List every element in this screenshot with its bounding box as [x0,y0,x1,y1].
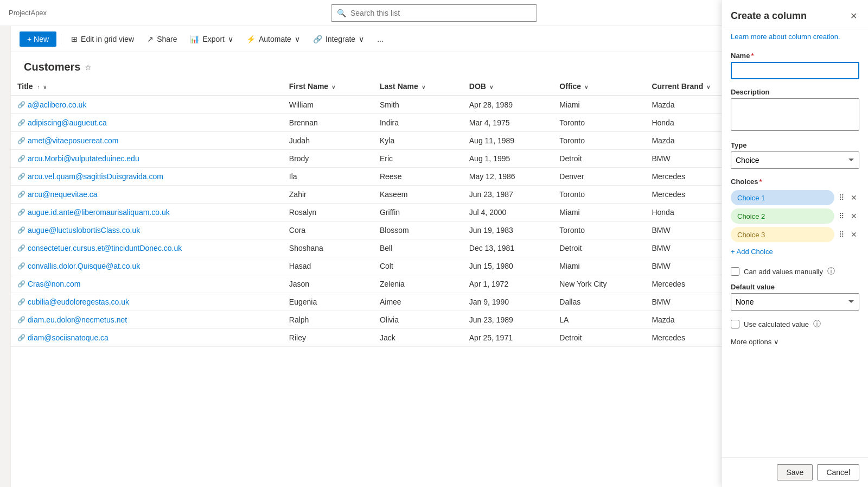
title-link[interactable]: 🔗 augue@luctuslobortisClass.co.uk [17,226,276,235]
cell-lastname: Reese [373,168,463,186]
search-input[interactable] [350,9,531,17]
automate-button[interactable]: ⚡ Automate ∨ [241,31,305,47]
choice-badge[interactable]: Choice 2 [731,208,834,224]
export-icon: 📊 [190,35,199,43]
cell-dob: Apr 1, 1972 [463,275,553,293]
choice-remove-button[interactable]: ✕ [848,210,859,223]
title-link[interactable]: 🔗 arcu.vel.quam@sagittisDuisgravida.com [17,172,276,181]
app-name: ProjectApex [9,9,47,17]
share-button[interactable]: ↗ Share [142,31,182,47]
title-link[interactable]: 🔗 a@aclibero.co.uk [17,100,276,109]
col-dob[interactable]: DOB ∨ [463,78,553,96]
default-value-select[interactable]: None [731,293,859,311]
title-link[interactable]: 🔗 convallis.dolor.Quisque@at.co.uk [17,262,276,270]
cell-firstname: Shoshana [283,239,373,257]
add-choice-label: + Add Choice [731,248,773,256]
cell-firstname: Brennan [283,114,373,132]
panel-body: Name* Description Type ChoiceTextNumberY… [722,45,868,457]
integrate-icon: 🔗 [313,35,322,43]
cell-dob: Jun 23, 1987 [463,186,553,204]
automate-chevron-icon: ∨ [295,35,300,43]
row-icon: 🔗 [17,208,25,216]
panel-title: Create a column [731,10,807,22]
cell-dob: Apr 28, 1989 [463,96,553,114]
cell-title: 🔗 diam.eu.dolor@necmetus.net [11,311,283,329]
cell-title: 🔗 amet@vitaeposuereat.com [11,132,283,150]
cell-lastname: Kaseem [373,186,463,204]
row-icon: 🔗 [17,262,25,270]
more-options-label: More options [731,338,771,346]
new-button[interactable]: + New [20,31,56,47]
cell-firstname: Hasad [283,257,373,275]
use-calculated-info-icon[interactable]: ⓘ [813,319,821,329]
row-icon: 🔗 [17,334,25,341]
more-toolbar-label: ... [377,35,384,43]
automate-label: Automate [259,35,291,43]
filter-dob-icon: ∨ [489,84,493,90]
export-button[interactable]: 📊 Export ∨ [184,31,238,47]
cell-dob: Jun 19, 1983 [463,222,553,239]
more-toolbar-button[interactable]: ... [372,31,389,47]
row-icon: 🔗 [17,119,25,127]
add-choice-button[interactable]: + Add Choice [731,245,773,258]
description-label: Description [731,88,859,96]
col-office[interactable]: Office ∨ [553,78,645,96]
search-box[interactable]: 🔍 [331,4,537,22]
learn-more-link[interactable]: Learn more about column creation. [722,28,868,45]
export-label: Export [202,35,224,43]
title-link[interactable]: 🔗 augue.id.ante@liberomaurisaliquam.co.u… [17,208,276,217]
title-link[interactable]: 🔗 diam.eu.dolor@necmetus.net [17,315,276,324]
cell-firstname: Ralph [283,311,373,329]
type-select[interactable]: ChoiceTextNumberYes/NoPersonDateCurrency… [731,151,859,169]
save-button[interactable]: Save [777,464,813,480]
title-link[interactable]: 🔗 arcu@nequevitae.ca [17,190,276,199]
cell-lastname: Blossom [373,222,463,239]
main-container: + New ⊞ Edit in grid view ↗ Share 📊 Expo… [0,26,868,487]
cancel-button[interactable]: Cancel [817,464,859,480]
use-calculated-checkbox[interactable] [731,320,739,328]
cell-title: 🔗 convallis.dolor.Quisque@at.co.uk [11,257,283,275]
close-panel-button[interactable]: ✕ [848,9,859,23]
cell-office: Miami [553,204,645,222]
col-lastname[interactable]: Last Name ∨ [373,78,463,96]
choice-remove-button[interactable]: ✕ [848,228,859,241]
cell-title: 🔗 diam@sociisnatoque.ca [11,329,283,347]
title-link[interactable]: 🔗 cubilia@eudoloregestas.co.uk [17,298,276,306]
cell-lastname: Smith [373,96,463,114]
title-link[interactable]: 🔗 consectetuer.cursus.et@tinciduntDonec.… [17,244,276,252]
choice-edit-button[interactable]: ⠿ [837,210,846,223]
choice-badge[interactable]: Choice 3 [731,227,834,242]
col-firstname[interactable]: First Name ∨ [283,78,373,96]
search-icon: 🔍 [337,9,346,17]
col-title[interactable]: Title ↑ ∨ [11,78,283,96]
toolbar-separator [61,34,61,45]
cell-firstname: Eugenia [283,293,373,311]
title-link[interactable]: 🔗 arcu.Morbi@vulputateduinec.edu [17,154,276,163]
more-options-button[interactable]: More options ∨ [731,336,779,348]
choice-remove-button[interactable]: ✕ [848,191,859,204]
cell-title: 🔗 augue@luctuslobortisClass.co.uk [11,222,283,239]
title-link[interactable]: 🔗 amet@vitaeposuereat.com [17,136,276,145]
cell-office: Dallas [553,293,645,311]
integrate-button[interactable]: 🔗 Integrate ∨ [308,31,369,47]
can-add-values-row: Can add values manually ⓘ [731,267,859,276]
cell-firstname: Zahir [283,186,373,204]
can-add-values-info-icon[interactable]: ⓘ [827,267,835,276]
create-column-panel: Create a column ✕ Learn more about colum… [722,0,868,487]
edit-grid-button[interactable]: ⊞ Edit in grid view [66,31,139,47]
can-add-values-checkbox[interactable] [731,267,739,276]
row-icon: 🔗 [17,280,25,288]
choice-edit-button[interactable]: ⠿ [837,191,846,204]
choice-badge[interactable]: Choice 1 [731,190,834,205]
cell-dob: Aug 11, 1989 [463,132,553,150]
title-link[interactable]: 🔗 adipiscing@augueut.ca [17,118,276,127]
title-link[interactable]: 🔗 Cras@non.com [17,280,276,288]
choice-item: Choice 1 ⠿ ✕ [731,190,859,205]
name-input[interactable] [731,62,859,79]
star-icon[interactable]: ☆ [85,63,92,72]
use-calculated-label: Use calculated value [744,320,809,328]
title-link[interactable]: 🔗 diam@sociisnatoque.ca [17,333,276,342]
description-textarea[interactable] [731,98,859,131]
cell-office: LA [553,311,645,329]
choice-edit-button[interactable]: ⠿ [837,228,846,241]
